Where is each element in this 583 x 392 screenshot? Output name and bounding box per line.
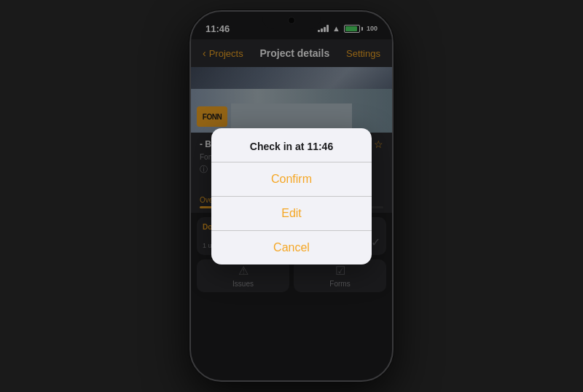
modal-title-section: Check in at 11:46 bbox=[211, 128, 372, 162]
phone-device: 11:46 ▲ 100 ‹ bbox=[189, 10, 394, 382]
modal-title: Check in at 11:46 bbox=[250, 141, 333, 152]
modal-overlay: Check in at 11:46 Confirm Edit Cancel bbox=[191, 12, 392, 380]
confirm-button[interactable]: Confirm bbox=[211, 162, 372, 197]
modal-actions: Confirm Edit Cancel bbox=[211, 162, 372, 264]
edit-button[interactable]: Edit bbox=[211, 197, 372, 231]
phone-screen: 11:46 ▲ 100 ‹ bbox=[191, 12, 392, 380]
checkin-dialog: Check in at 11:46 Confirm Edit Cancel bbox=[211, 128, 372, 264]
cancel-button[interactable]: Cancel bbox=[211, 231, 372, 264]
